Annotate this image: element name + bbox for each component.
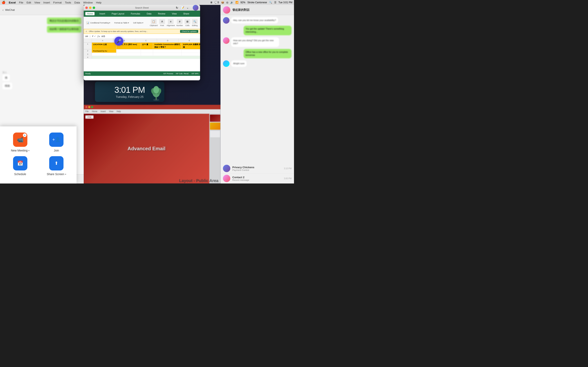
excel-cell-styles[interactable]: Cell Styles ▾ [133,22,143,24]
data-cell-e2[interactable] [182,49,200,53]
share-screen-btn[interactable]: ⬆ [49,156,63,170]
ppt-thumb-3[interactable] [210,131,220,138]
ppt-tab-file: File [85,110,89,113]
schedule-label[interactable]: Schedule [14,173,26,176]
data-cell-c2[interactable] [141,49,153,53]
stroke-cantonese-label[interactable]: Stroke Cantonese [247,1,267,4]
data-cell-c3[interactable] [141,53,153,56]
data-cell-b4[interactable] [116,56,141,59]
join-label[interactable]: Join [54,149,59,152]
wechat-back-icon[interactable]: ‹ [2,8,3,12]
excel-tab-insert[interactable]: Insert [98,12,107,15]
new-meeting-label[interactable]: New Meeting ▾ [11,149,29,152]
right-bubble-content-4: Office has a new office for you to compl… [243,49,292,58]
share-screen-label[interactable]: Share Screen ▾ [47,173,66,176]
right-bubble-content-2: You got the update! There's something in… [243,26,292,35]
excel-tab-data[interactable]: Data [145,12,153,15]
excel-tab-formulas[interactable]: Formulas [129,12,142,15]
menubar-format[interactable]: Format [53,1,62,4]
excel-minimize-btn[interactable] [89,7,91,9]
excel-sheet[interactable]: A B C D E 1 LOCATION 公差 Name, 尺寸 (英吋 Ite… [84,39,200,71]
menubar-insert[interactable]: Insert [43,1,50,4]
ppt-content-area: PTW Advanced Email [84,114,221,184]
contact-1-msg: Payment Control [232,169,282,171]
excel-conditional-formatting[interactable]: 📊 Conditional Formatting ▾ [86,21,110,25]
data-cell-d4[interactable] [153,56,182,59]
data-cell-e3[interactable] [182,53,200,56]
join-btn[interactable]: +👤 [49,133,63,147]
background-presentation-window: File Home Insert View Help PTW Advanced … [84,105,221,184]
data-cell-b3[interactable] [116,53,141,56]
excel-user-avatar[interactable] [193,5,199,11]
col-location[interactable]: LOCATION 公差 [92,43,116,49]
excel-tab-view[interactable]: View [170,12,178,15]
cells-icon: ⊞ [185,19,190,24]
chat-bubble-sent-1: 粵語文字訊息測試內容顯示 [2,17,81,24]
excel-cells[interactable]: ⊞ Cells [185,19,190,26]
control-center-icon[interactable]: ☰ [274,1,277,4]
activity-monitor-icon: 🖥 [210,1,213,4]
data-cell-c4[interactable] [141,56,153,59]
col-qty[interactable]: QTY 量 [141,43,153,49]
menubar-window[interactable]: Window [83,1,93,4]
join-text: Join [54,149,59,152]
excel-maximize-btn[interactable] [93,7,95,9]
excel-formula-bar[interactable]: A4 | ✗ ✓ ƒx A/B [84,34,200,39]
menubar-view[interactable]: View [34,1,40,4]
data-cell-d3[interactable] [153,53,182,56]
alignment-label: Alignment [167,25,175,26]
apple-menu[interactable]: 🍎 [2,1,6,4]
excel-format-table[interactable]: Format as Table ▾ [114,22,129,24]
cells-label: Cells [185,25,190,26]
purchased-by[interactable]: Purchased by Ku [92,49,116,53]
col-commission[interactable]: Available Commission 銷售代佣金 ©️ 零售了 [153,43,182,49]
excel-tab-review[interactable]: Review [156,12,167,15]
mic-icon: 🎤 [116,39,121,44]
excel-expand-icon[interactable]: ⌄ [187,6,189,9]
warning-icon: ⚠ [86,30,87,33]
col-supplier[interactable]: SUPPLIER 供應商 供應商備 [182,43,200,49]
zoom-panel: 📹 + New Meeting ▾ +👤 Join 📅 Schedule [0,126,77,184]
menubar-file[interactable]: File [19,1,23,4]
share-screen-arrow[interactable]: ▾ [65,173,66,175]
new-meeting-arrow[interactable]: ▾ [28,150,29,152]
schedule-text: Schedule [14,173,26,176]
ppt-thumbnail-strip [209,114,221,184]
excel-clipboard[interactable]: 📋 Clipboard [150,19,158,26]
data-cell-e4[interactable] [182,56,200,59]
check-updates-btn[interactable]: Check for updates [180,30,198,33]
ppt-tab-help: Help [117,110,121,113]
new-conversation-label[interactable]: 發起新的對話 [232,8,250,12]
data-cell-d2[interactable] [153,49,182,53]
excel-number[interactable]: # Number [176,19,183,26]
contact-1-avatar [223,165,230,172]
ppt-close-btn [85,106,87,108]
excel-editing[interactable]: 🔍 Editing [192,19,198,26]
menubar-data[interactable]: Data [74,1,80,4]
schedule-btn[interactable]: 📅 [13,156,27,170]
contact-row-1[interactable]: Privacy Chickens Payment Control 3:10 PM [221,164,294,174]
excel-refresh-icon[interactable]: ↻ [176,6,178,9]
new-meeting-btn[interactable]: 📹 + [13,133,27,147]
alignment-icon: ≡ [168,19,173,24]
menubar-tools[interactable]: Tools [65,1,71,4]
menubar-help[interactable]: Help [96,1,102,4]
right-bubble-content-3: How are you doing? Did you get the new i… [231,37,279,47]
data-cell-a4[interactable] [92,56,116,59]
ppt-thumb-2[interactable] [210,123,220,130]
excel-tab-pagelayout[interactable]: Page Layout [110,12,126,15]
excel-close-btn[interactable] [85,7,88,9]
menubar-edit[interactable]: Edit [26,1,31,4]
ppt-thumb-1[interactable] [210,115,220,122]
contact-row-2[interactable]: Contact 2 Recent message 3:00 PM [221,174,294,184]
excel-font[interactable]: A Font [159,19,165,26]
excel-tab-share[interactable]: Share [182,12,191,15]
right-bubble-2: You got the update! There's something in… [223,26,292,35]
excel-compose-icon[interactable]: 📝 [181,6,184,9]
data-cell-a3[interactable] [92,53,116,56]
data-cell-b2[interactable] [116,49,141,53]
excel-alignment[interactable]: ≡ Alignment [167,19,175,26]
excel-header-row: 1 LOCATION 公差 Name, 尺寸 (英吋 Item) QTY 量 A… [84,43,200,49]
search-icon[interactable]: 🔍 [269,1,272,4]
excel-tab-home[interactable]: Home [85,12,95,15]
